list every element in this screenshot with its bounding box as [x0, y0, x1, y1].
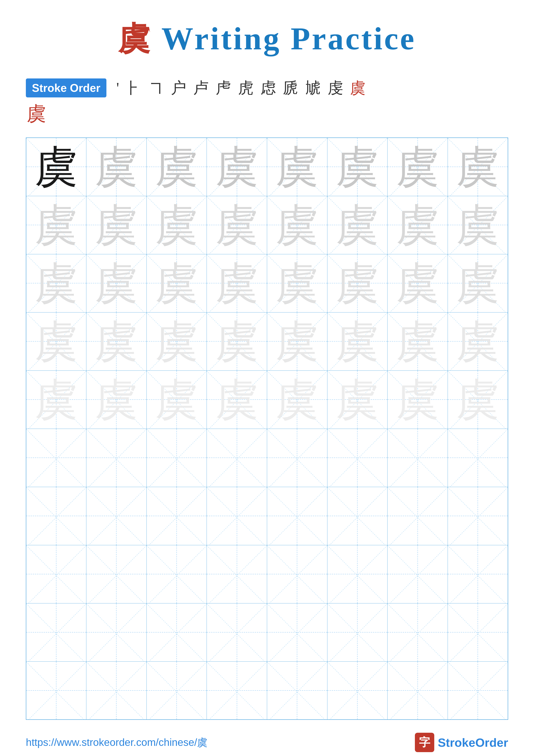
grid-cell[interactable]	[327, 545, 388, 603]
grid-cell[interactable]: 虞	[26, 312, 87, 370]
grid-cell[interactable]	[388, 603, 448, 662]
practice-char: 虞	[267, 320, 327, 363]
table-row: 虞 虞 虞 虞 虞	[26, 370, 508, 429]
grid-cell[interactable]	[207, 662, 267, 719]
footer-url[interactable]: https://www.strokeorder.com/chinese/虞	[26, 736, 207, 749]
grid-cell[interactable]	[447, 603, 508, 662]
grid-cell[interactable]: 虞	[207, 370, 267, 429]
grid-cell[interactable]	[87, 662, 147, 719]
grid-cell[interactable]	[207, 545, 267, 603]
grid-cell[interactable]: 虞	[447, 138, 508, 196]
stroke-step-9: 虒	[283, 78, 298, 98]
grid-cell[interactable]: 虞	[26, 196, 87, 254]
grid-cell[interactable]: 虞	[388, 196, 448, 254]
grid-cell[interactable]: 虞	[327, 196, 388, 254]
grid-cell[interactable]: 虞	[327, 254, 388, 312]
practice-char: 虞	[448, 145, 508, 188]
grid-cell[interactable]: 虞	[388, 254, 448, 312]
practice-char: 虞	[388, 262, 447, 305]
grid-cell[interactable]	[207, 487, 267, 545]
grid-cell[interactable]	[207, 429, 267, 487]
grid-cell[interactable]: 虞	[146, 138, 207, 196]
grid-cell[interactable]	[327, 487, 388, 545]
grid-cell[interactable]: 虞	[87, 370, 147, 429]
grid-cell[interactable]: 虞	[207, 138, 267, 196]
grid-cell[interactable]: 虞	[26, 254, 87, 312]
stroke-step-10: 虓	[305, 78, 321, 98]
grid-cell[interactable]: 虞	[267, 254, 327, 312]
grid-cell[interactable]: 虞	[327, 138, 388, 196]
grid-cell[interactable]	[146, 545, 207, 603]
grid-cell[interactable]	[87, 487, 147, 545]
table-row: 虞 虞 虞 虞 虞	[26, 196, 508, 254]
grid-cell[interactable]	[87, 603, 147, 662]
grid-cell[interactable]: 虞	[146, 196, 207, 254]
practice-char: 虞	[388, 320, 447, 363]
practice-char: 虞	[388, 378, 447, 421]
grid-cell[interactable]: 虞	[447, 370, 508, 429]
practice-char: 虞	[26, 262, 86, 305]
grid-cell[interactable]: 虞	[87, 138, 147, 196]
grid-cell[interactable]	[26, 545, 87, 603]
grid-cell[interactable]: 虞	[146, 254, 207, 312]
practice-char: 虞	[147, 203, 207, 247]
grid-cell[interactable]: 虞	[388, 370, 448, 429]
grid-cell[interactable]	[87, 429, 147, 487]
practice-char: 虞	[388, 145, 447, 188]
table-row	[26, 545, 508, 603]
grid-cell[interactable]	[388, 429, 448, 487]
grid-cell[interactable]: 虞	[146, 370, 207, 429]
grid-cell[interactable]	[26, 662, 87, 719]
grid-cell[interactable]: 虞	[267, 312, 327, 370]
grid-cell[interactable]: 虞	[327, 312, 388, 370]
grid-cell[interactable]	[267, 429, 327, 487]
grid-cell[interactable]: 虞	[267, 370, 327, 429]
grid-cell[interactable]	[327, 603, 388, 662]
grid-cell[interactable]: 虞	[207, 196, 267, 254]
grid-cell[interactable]	[146, 662, 207, 719]
grid-cell[interactable]: 虞	[207, 312, 267, 370]
grid-cell[interactable]	[447, 545, 508, 603]
grid-cell[interactable]	[388, 545, 448, 603]
grid-cell[interactable]	[146, 487, 207, 545]
grid-cell[interactable]	[447, 662, 508, 719]
grid-cell[interactable]	[388, 487, 448, 545]
practice-char: 虞	[207, 203, 267, 247]
grid-cell[interactable]	[327, 429, 388, 487]
title-character: 虞	[118, 21, 152, 56]
grid-cell[interactable]	[447, 429, 508, 487]
grid-cell[interactable]	[327, 662, 388, 719]
grid-cell[interactable]	[26, 487, 87, 545]
grid-cell[interactable]	[267, 662, 327, 719]
grid-cell[interactable]	[267, 603, 327, 662]
grid-cell[interactable]: 虞	[87, 196, 147, 254]
grid-cell[interactable]	[447, 487, 508, 545]
grid-cell[interactable]: 虞	[26, 370, 87, 429]
grid-cell[interactable]	[146, 603, 207, 662]
grid-cell[interactable]: 虞	[87, 254, 147, 312]
practice-grid: 虞 虞 虞 虞 虞	[26, 138, 508, 720]
grid-cell[interactable]: 虞	[146, 312, 207, 370]
grid-cell[interactable]	[267, 545, 327, 603]
stroke-step-11: 虔	[328, 78, 343, 98]
grid-cell[interactable]: 虞	[447, 196, 508, 254]
grid-cell[interactable]	[207, 603, 267, 662]
grid-cell[interactable]	[146, 429, 207, 487]
grid-cell[interactable]	[26, 429, 87, 487]
grid-cell[interactable]: 虞	[447, 254, 508, 312]
grid-cell[interactable]: 虞	[447, 312, 508, 370]
stroke-step-8: 虑	[261, 78, 276, 98]
grid-cell[interactable]: 虞	[267, 196, 327, 254]
grid-cell[interactable]: 虞	[87, 312, 147, 370]
grid-cell[interactable]	[267, 487, 327, 545]
stroke-final-row: 虞	[26, 100, 508, 127]
grid-cell[interactable]: 虞	[207, 254, 267, 312]
grid-cell[interactable]: 虞	[388, 312, 448, 370]
grid-cell[interactable]	[388, 662, 448, 719]
grid-cell[interactable]: 虞	[26, 138, 87, 196]
grid-cell[interactable]: 虞	[388, 138, 448, 196]
grid-cell[interactable]: 虞	[327, 370, 388, 429]
grid-cell[interactable]: 虞	[267, 138, 327, 196]
grid-cell[interactable]	[87, 545, 147, 603]
grid-cell[interactable]	[26, 603, 87, 662]
